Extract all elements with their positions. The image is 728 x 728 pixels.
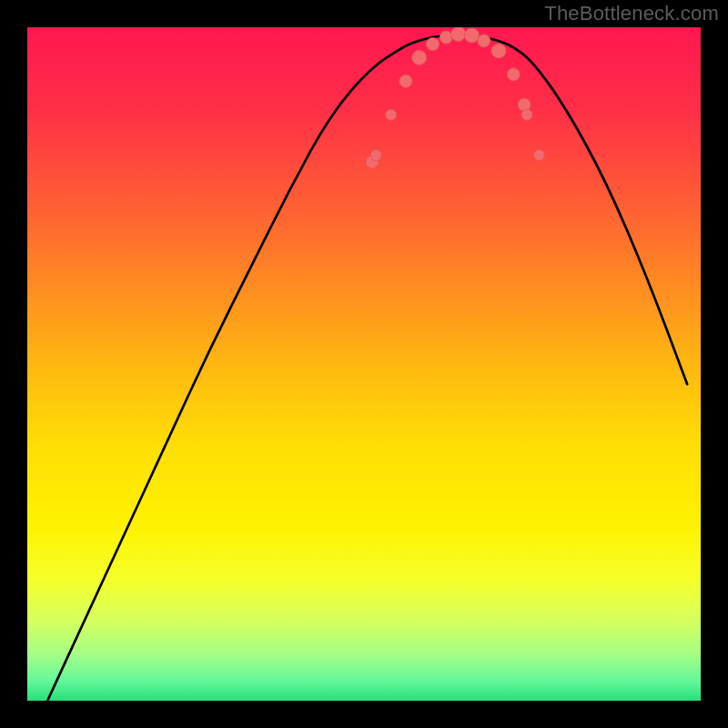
watermark-text: TheBottleneck.com xyxy=(544,2,719,25)
data-marker xyxy=(521,109,532,120)
plot-area xyxy=(27,27,701,701)
data-marker xyxy=(533,150,544,161)
data-marker xyxy=(464,28,479,43)
data-marker xyxy=(370,150,381,161)
data-marker xyxy=(386,109,397,120)
data-marker xyxy=(451,27,466,41)
data-marker xyxy=(412,50,427,65)
data-marker xyxy=(491,44,506,58)
data-marker xyxy=(427,38,440,51)
data-marker xyxy=(478,35,490,47)
data-marker xyxy=(399,75,412,87)
chart-frame: TheBottleneck.com xyxy=(0,0,728,728)
bottleneck-curve xyxy=(27,27,701,701)
data-marker xyxy=(507,68,520,81)
